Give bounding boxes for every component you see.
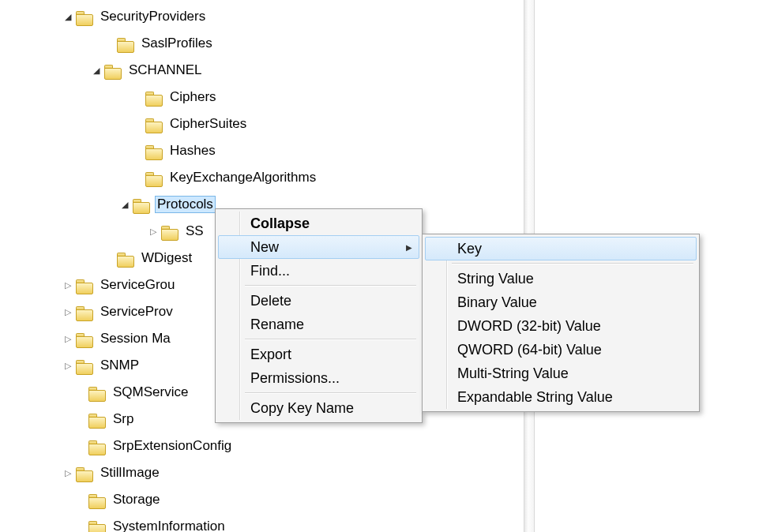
tree-item-keyexchangealgorithms[interactable]: KeyExchangeAlgorithms (0, 164, 774, 191)
menu-item-find[interactable]: Find... (218, 259, 419, 283)
tree-label: SS (183, 223, 206, 240)
menu-label: Rename (250, 317, 304, 333)
folder-icon (76, 278, 93, 292)
submenu-arrow-icon: ▶ (406, 243, 412, 252)
context-menu: Collapse New ▶ Find... Delete Rename Exp… (215, 208, 423, 423)
menu-label: Permissions... (250, 370, 340, 387)
expand-icon[interactable]: ▷ (62, 334, 74, 344)
folder-icon (76, 305, 93, 319)
tree-item-schannel[interactable]: ◢ SCHANNEL (0, 57, 774, 84)
menu-item-expandable-string[interactable]: Expandable String Value (425, 385, 697, 409)
menu-item-qword[interactable]: QWORD (64-bit) Value (425, 338, 697, 362)
tree-label: SystemInformation (111, 518, 227, 532)
menu-separator (245, 392, 416, 394)
folder-icon (76, 466, 93, 480)
tree-item-ciphersuites[interactable]: CipherSuites (0, 111, 774, 137)
expand-icon[interactable]: ▷ (62, 468, 74, 478)
menu-item-export[interactable]: Export (218, 343, 419, 366)
folder-icon (117, 36, 134, 51)
tree-label: Hashes (167, 142, 218, 159)
menu-item-permissions[interactable]: Permissions... (218, 366, 419, 390)
tree-label: WDigest (139, 249, 194, 267)
menu-item-key[interactable]: Key (425, 237, 697, 260)
menu-item-string-value[interactable]: String Value (425, 267, 697, 290)
tree-label: ServiceGrou (98, 276, 177, 294)
tree-label: StillImage (98, 464, 162, 481)
folder-icon (117, 251, 134, 265)
folder-icon (88, 412, 106, 426)
tree-label: ServiceProv (98, 303, 175, 320)
tree-item-hashes[interactable]: Hashes (0, 137, 774, 164)
tree-item-srpextensionconfig[interactable]: SrpExtensionConfig (0, 433, 774, 459)
folder-icon (76, 358, 93, 373)
collapse-icon[interactable]: ◢ (118, 200, 131, 210)
menu-label: Delete (250, 293, 291, 309)
folder-icon (133, 197, 150, 212)
expand-icon[interactable]: ▷ (147, 227, 160, 237)
expand-icon[interactable]: ▷ (62, 307, 74, 317)
expand-icon[interactable]: ▷ (62, 280, 74, 290)
tree-label: Ciphers (167, 88, 219, 106)
tree-label: SecurityProviders (98, 8, 208, 25)
menu-label: QWORD (64-bit) Value (457, 342, 602, 358)
menu-item-binary-value[interactable]: Binary Value (425, 290, 697, 314)
menu-separator (452, 263, 693, 264)
collapse-icon[interactable]: ◢ (90, 66, 103, 76)
folder-icon (145, 90, 163, 104)
menu-item-copy-key-name[interactable]: Copy Key Name (218, 396, 419, 420)
menu-label: Binary Value (457, 294, 537, 311)
menu-label: New (250, 239, 279, 256)
folder-icon (104, 63, 122, 77)
tree-label: SNMP (98, 357, 141, 374)
tree-label: Storage (111, 491, 163, 508)
tree-label: SrpExtensionConfig (111, 437, 234, 455)
menu-label: Find... (250, 263, 290, 279)
tree-label: SQMService (111, 384, 190, 401)
folder-icon (76, 332, 93, 346)
tree-item-ciphers[interactable]: Ciphers (0, 84, 774, 111)
menu-item-multi-string[interactable]: Multi-String Value (425, 362, 697, 385)
tree-item-storage[interactable]: Storage (0, 486, 774, 513)
menu-label: DWORD (32-bit) Value (457, 318, 601, 335)
menu-separator (245, 285, 416, 287)
tree-label: SaslProfiles (139, 35, 215, 52)
menu-label: Copy Key Name (250, 400, 354, 417)
menu-label: String Value (457, 271, 534, 287)
menu-label: Key (457, 241, 482, 257)
folder-icon (88, 493, 106, 507)
collapse-icon[interactable]: ◢ (62, 12, 74, 22)
folder-icon (145, 144, 163, 158)
tree-label: CipherSuites (167, 115, 249, 133)
tree-label: SCHANNEL (126, 62, 205, 79)
menu-label: Collapse (250, 215, 310, 232)
menu-label: Expandable String Value (457, 389, 613, 406)
menu-item-rename[interactable]: Rename (218, 313, 419, 336)
folder-icon (161, 224, 178, 238)
submenu-new: Key String Value Binary Value DWORD (32-… (422, 234, 700, 412)
tree-item-securityproviders[interactable]: ◢ SecurityProviders (0, 3, 774, 30)
menu-separator (245, 339, 416, 340)
menu-item-collapse[interactable]: Collapse (218, 212, 419, 235)
tree-label: KeyExchangeAlgorithms (167, 169, 318, 186)
folder-icon (76, 9, 93, 24)
tree-label: Srp (111, 410, 136, 428)
menu-label: Export (250, 347, 291, 363)
menu-item-delete[interactable]: Delete (218, 289, 419, 313)
folder-icon (88, 385, 106, 399)
folder-icon (88, 519, 106, 532)
menu-label: Multi-String Value (457, 365, 569, 382)
tree-item-stillimage[interactable]: ▷ StillImage (0, 459, 774, 486)
menu-item-dword[interactable]: DWORD (32-bit) Value (425, 314, 697, 338)
tree-label-selected: Protocols (155, 196, 216, 213)
tree-label: Session Ma (98, 330, 173, 347)
tree-item-saslprofiles[interactable]: SaslProfiles (0, 30, 774, 57)
expand-icon[interactable]: ▷ (62, 361, 74, 371)
folder-icon (88, 439, 106, 453)
folder-icon (145, 117, 163, 131)
tree-item-systeminformation[interactable]: SystemInformation (0, 513, 774, 532)
folder-icon (145, 170, 163, 185)
menu-item-new[interactable]: New ▶ (218, 235, 419, 259)
